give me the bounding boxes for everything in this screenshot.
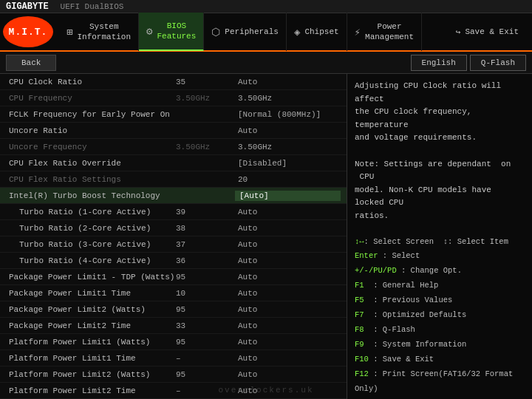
mit-button[interactable]: M.I.T. (3, 16, 53, 47)
setting-val1: 3.50GHz (176, 143, 235, 151)
main-content: CPU Clock Ratio 35 Auto CPU Frequency 3.… (0, 74, 532, 399)
language-button[interactable]: English (411, 55, 467, 71)
setting-name: Package Power Limit1 Time (6, 289, 176, 298)
back-button[interactable]: Back (6, 55, 56, 71)
setting-val2: [Auto] (235, 191, 341, 201)
nav-power-mgmt-label: PowerManagement (365, 21, 414, 43)
setting-val2: Auto (235, 321, 341, 330)
nav-chipset[interactable]: ◈ Chipset (287, 13, 347, 51)
setting-val1: 95 (176, 370, 235, 379)
setting-val1: 39 (176, 208, 235, 216)
nav-bios-features-label: BIOSFeatures (157, 21, 197, 42)
watermark: overclockers.uk (218, 386, 313, 395)
setting-name: Platform Power Limit1 (Watts) (6, 338, 176, 347)
brand-label: GIGABYTE (6, 1, 49, 12)
nav-peripherals[interactable]: ⬡ Peripherals (204, 13, 287, 51)
table-row[interactable]: Turbo Ratio (4-Core Active) 36 Auto (0, 253, 347, 269)
setting-val1: 3.50GHz (176, 94, 235, 103)
setting-val1: 33 (176, 321, 235, 330)
table-row: Uncore Frequency 3.50GHz 3.50GHz (0, 139, 347, 155)
chipset-icon: ◈ (294, 26, 300, 38)
save-exit-button[interactable]: ↪ Save & Exit (446, 13, 529, 51)
setting-val2: Auto (235, 289, 341, 298)
setting-val1: 95 (176, 273, 235, 282)
setting-val2: Auto (235, 273, 341, 282)
right-panel: Adjusting CPU Clock ratio will affect th… (347, 74, 532, 399)
setting-val1: 38 (176, 224, 235, 233)
bios-label: UEFI DualBIOS (61, 2, 124, 11)
setting-val2: 20 (235, 175, 341, 184)
nav-peripherals-label: Peripherals (225, 27, 279, 37)
setting-name: Uncore Frequency (6, 143, 176, 151)
top-bar: GIGABYTE UEFI DualBIOS (0, 0, 532, 13)
setting-val2: Auto (235, 78, 341, 86)
nav-chipset-label: Chipset (304, 27, 338, 37)
table-row-selected[interactable]: Intel(R) Turbo Boost Technology [Auto] (0, 188, 347, 204)
setting-name: Platform Power Limit2 (Watts) (6, 370, 176, 379)
setting-name: Uncore Ratio (6, 126, 176, 135)
table-row[interactable]: Platform Power Limit2 (Watts) 95 Auto (0, 366, 347, 383)
setting-val1: 10 (176, 289, 235, 298)
save-exit-icon: ↪ (456, 27, 461, 37)
setting-name: Platform Power Limit1 Time (6, 354, 176, 363)
bios-features-icon: ⚙ (146, 25, 152, 38)
table-row[interactable]: Platform Power Limit1 (Watts) 95 Auto (0, 334, 347, 350)
power-icon: ⚡ (355, 26, 361, 38)
table-row: CPU Flex Ratio Settings 20 (0, 171, 347, 188)
setting-name: CPU Flex Ratio Settings (6, 175, 176, 184)
setting-name: Package Power Limit2 Time (6, 321, 176, 330)
table-row[interactable]: Turbo Ratio (1-Core Active) 39 Auto (0, 204, 347, 220)
setting-val2: 3.50GHz (235, 143, 341, 151)
table-row[interactable]: Package Power Limit2 (Watts) 95 Auto (0, 301, 347, 318)
setting-val1: 95 (176, 338, 235, 347)
system-info-icon: ⊞ (66, 26, 72, 38)
setting-name: CPU Clock Ratio (6, 78, 176, 86)
table-row: CPU Frequency 3.50GHz 3.50GHz (0, 90, 347, 106)
table-row[interactable]: Package Power Limit2 Time 33 Auto (0, 318, 347, 334)
setting-name: Platform Power Limit2 Time (6, 386, 176, 395)
table-row[interactable]: CPU Clock Ratio 35 Auto (0, 74, 347, 90)
setting-val2: Auto (235, 354, 341, 363)
table-row[interactable]: FCLK Frequency for Early Power On [Norma… (0, 106, 347, 123)
setting-val2: Auto (235, 208, 341, 216)
help-keys: ↕↔: Select Screen ↕: Select Item Enter :… (355, 235, 525, 399)
setting-val2: Auto (235, 224, 341, 233)
setting-name: Package Power Limit1 - TDP (Watts) (6, 273, 176, 282)
setting-name: CPU Flex Ratio Override (6, 159, 176, 168)
nav-system-info[interactable]: ⊞ SystemInformation (59, 13, 139, 51)
setting-val1: 37 (176, 240, 235, 249)
setting-val2: Auto (235, 338, 341, 347)
setting-val2: 3.50GHz (235, 94, 341, 103)
table-row[interactable]: Turbo Ratio (2-Core Active) 38 Auto (0, 220, 347, 236)
setting-val2: Auto (235, 370, 341, 379)
nav-bar: M.I.T. ⊞ SystemInformation ⚙ BIOSFeature… (0, 13, 532, 52)
setting-name: FCLK Frequency for Early Power On (6, 110, 176, 119)
qflash-button[interactable]: Q-Flash (470, 55, 526, 71)
table-row[interactable]: Platform Power Limit1 Time – Auto (0, 350, 347, 366)
table-row[interactable]: CPU Flex Ratio Override [Disabled] (0, 155, 347, 171)
setting-name: Turbo Ratio (1-Core Active) (6, 208, 176, 216)
left-panel: CPU Clock Ratio 35 Auto CPU Frequency 3.… (0, 74, 347, 399)
setting-name: Turbo Ratio (3-Core Active) (6, 240, 176, 249)
setting-val2: Auto (235, 256, 341, 265)
setting-val1: – (176, 354, 235, 363)
help-description: Adjusting CPU Clock ratio will affect th… (355, 80, 525, 223)
setting-val2: [Disabled] (235, 159, 341, 168)
setting-val1: 35 (176, 78, 235, 86)
setting-val2: Auto (235, 126, 341, 135)
table-row[interactable]: Package Power Limit1 Time 10 Auto (0, 285, 347, 301)
setting-val2: Auto (235, 305, 341, 314)
setting-name: CPU Frequency (6, 94, 176, 103)
setting-name: Turbo Ratio (4-Core Active) (6, 256, 176, 265)
setting-name: Package Power Limit2 (Watts) (6, 305, 176, 314)
nav-system-info-label: SystemInformation (77, 21, 131, 43)
nav-power-mgmt[interactable]: ⚡ PowerManagement (347, 13, 422, 51)
table-row[interactable]: Uncore Ratio Auto (0, 123, 347, 139)
table-row[interactable]: Turbo Ratio (3-Core Active) 37 Auto (0, 236, 347, 253)
nav-bios-features[interactable]: ⚙ BIOSFeatures (139, 13, 204, 51)
setting-val1: 36 (176, 256, 235, 265)
setting-val2: Auto (235, 240, 341, 249)
setting-val2: [Normal (800MHz)] (235, 110, 341, 119)
table-row[interactable]: Package Power Limit1 - TDP (Watts) 95 Au… (0, 269, 347, 285)
settings-table: CPU Clock Ratio 35 Auto CPU Frequency 3.… (0, 74, 347, 399)
